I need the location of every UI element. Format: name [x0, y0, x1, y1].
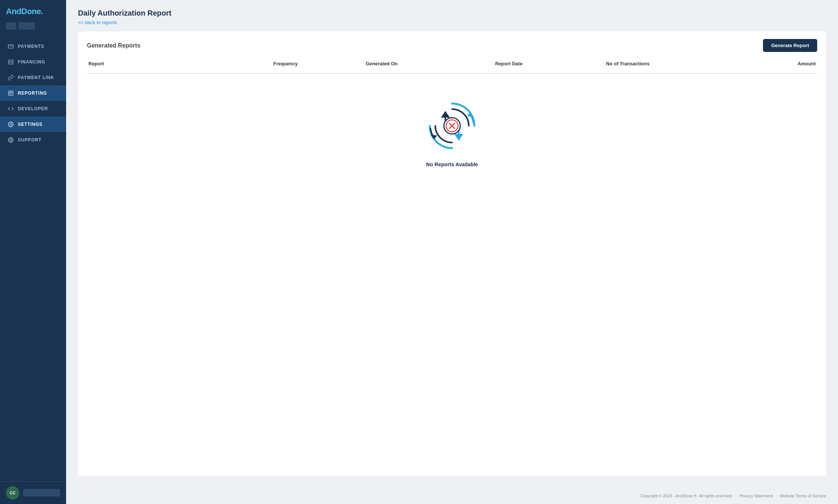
sidebar-item-payment-link-label: PAYMENT LINK: [18, 75, 54, 80]
user-name-placeholder: [23, 489, 60, 497]
user-initials-badge: CC: [6, 486, 19, 500]
svg-rect-0: [8, 45, 13, 48]
svg-marker-21: [431, 135, 437, 139]
avatar-placeholder-2: [19, 22, 35, 30]
footer-copyright: Copyright © 2024 - AndDone ®. All rights…: [640, 494, 733, 498]
sidebar-nav: PAYMENTS FINANCING PAYMENT LINK REPORTIN…: [0, 36, 66, 481]
privacy-statement-link[interactable]: Privacy Statement: [740, 494, 773, 498]
globe-icon: [7, 137, 14, 143]
section-title: Generated Reports: [87, 42, 140, 49]
logo: AndDone.: [0, 0, 66, 21]
page-header: Daily Authorization Report << back to re…: [66, 0, 838, 32]
col-report: Report: [87, 58, 272, 69]
col-report-date: Report Date: [494, 58, 605, 69]
sidebar-item-developer[interactable]: DEVELOPER: [0, 101, 66, 117]
sidebar-item-payments[interactable]: PAYMENTS: [0, 39, 66, 54]
brand-name: AndDone.: [6, 7, 43, 16]
credit-card-icon: [7, 43, 14, 50]
sidebar-item-support-label: SUPPORT: [18, 137, 42, 143]
sidebar-item-financing-label: FINANCING: [18, 59, 45, 65]
col-amount: Amount: [725, 58, 817, 69]
file-icon: [7, 90, 14, 96]
table-header: Report Frequency Generated On Report Dat…: [87, 58, 817, 74]
generate-report-button[interactable]: Generate Report: [763, 39, 817, 52]
sidebar-item-settings-label: SETTINGS: [18, 122, 42, 127]
main-content: Daily Authorization Report << back to re…: [66, 0, 838, 504]
columns-icon: [7, 59, 14, 65]
user-initials: CC: [10, 491, 16, 495]
sidebar-item-settings[interactable]: SETTINGS: [0, 117, 66, 132]
sidebar-item-reporting-label: REPORTING: [18, 91, 47, 96]
sidebar-bottom: CC: [0, 481, 66, 504]
sidebar-item-reporting[interactable]: REPORTING: [0, 85, 66, 101]
sidebar-item-developer-label: DEVELOPER: [18, 106, 48, 111]
sidebar-item-financing[interactable]: FINANCING: [0, 54, 66, 70]
code-icon: [7, 105, 14, 112]
avatar-area: [0, 21, 66, 36]
gear-icon: [7, 121, 14, 128]
footer: Copyright © 2024 - AndDone ®. All rights…: [66, 488, 838, 504]
table-container: Report Frequency Generated On Report Dat…: [78, 58, 826, 197]
terms-of-service-link[interactable]: Website Terms of Service: [780, 494, 826, 498]
sidebar-item-support[interactable]: SUPPORT: [0, 132, 66, 148]
svg-rect-2: [9, 60, 13, 64]
back-link-prefix: <<: [78, 20, 85, 25]
avatar-placeholder-1: [6, 22, 16, 30]
col-transactions: No of Transactions: [605, 58, 725, 69]
empty-state-icon: [422, 96, 482, 156]
reports-content-area: Generated Reports Generate Report Report…: [78, 32, 826, 476]
page-title: Daily Authorization Report: [78, 9, 826, 17]
sidebar-item-payments-label: PAYMENTS: [18, 44, 44, 49]
sidebar: AndDone. PAYMENTS FINANCING PAYMENT LINK: [0, 0, 66, 504]
empty-state-text: No Reports Available: [426, 161, 478, 167]
back-link-text: back to reports: [85, 20, 117, 25]
col-generated-on: Generated On: [364, 58, 494, 69]
empty-state: No Reports Available: [87, 74, 817, 197]
link-icon: [7, 74, 14, 81]
svg-point-9: [10, 124, 12, 125]
svg-marker-20: [467, 112, 474, 117]
back-to-reports-link[interactable]: << back to reports: [78, 20, 117, 25]
content-header: Generated Reports Generate Report: [78, 32, 826, 58]
sidebar-item-payment-link[interactable]: PAYMENT LINK: [0, 70, 66, 85]
col-frequency: Frequency: [272, 58, 364, 69]
